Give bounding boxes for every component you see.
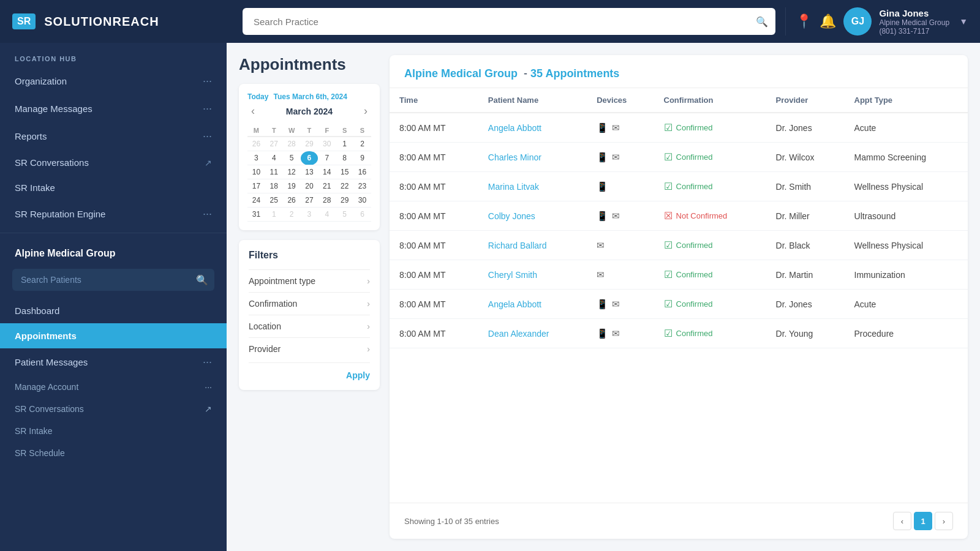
chevron-down-icon[interactable]: ▼ bbox=[959, 17, 968, 26]
calendar-day[interactable]: 25 bbox=[265, 193, 283, 208]
col-devices: Devices bbox=[587, 88, 654, 113]
cell-patient[interactable]: Dean Alexander bbox=[478, 319, 587, 348]
prev-page-button[interactable]: ‹ bbox=[893, 512, 911, 530]
calendar-day[interactable]: 27 bbox=[265, 137, 283, 151]
sidebar-item-sr-reputation[interactable]: SR Reputation Engine ··· bbox=[0, 200, 227, 228]
patient-link[interactable]: Angela Abbott bbox=[488, 299, 541, 309]
patient-link[interactable]: Richard Ballard bbox=[488, 241, 547, 250]
cell-patient[interactable]: Angela Abbott bbox=[478, 290, 587, 319]
calendar-day[interactable]: 26 bbox=[247, 137, 265, 151]
cell-patient[interactable]: Cheryl Smith bbox=[478, 260, 587, 290]
patient-link[interactable]: Charles Minor bbox=[488, 152, 541, 162]
cell-patient[interactable]: Angela Abbott bbox=[478, 113, 587, 143]
calendar-day[interactable]: 28 bbox=[318, 193, 336, 208]
calendar-day[interactable]: 30 bbox=[318, 137, 336, 151]
cell-appt-type: Immunization bbox=[845, 260, 968, 290]
calendar-day[interactable]: 22 bbox=[336, 179, 353, 193]
calendar-day[interactable]: 27 bbox=[301, 193, 318, 208]
calendar-day[interactable]: 8 bbox=[336, 151, 353, 165]
calendar-day[interactable]: 2 bbox=[353, 137, 371, 151]
calendar-day[interactable]: 9 bbox=[353, 151, 371, 165]
cal-day-header: F bbox=[318, 125, 336, 137]
calendar-day[interactable]: 18 bbox=[265, 179, 283, 193]
patient-link[interactable]: Marina Litvak bbox=[488, 182, 539, 192]
cell-patient[interactable]: Colby Jones bbox=[478, 201, 587, 231]
sidebar-item-sr-conversations-sub[interactable]: SR Conversations ↗ bbox=[0, 398, 227, 420]
calendar-day[interactable]: 30 bbox=[353, 193, 371, 208]
patient-link[interactable]: Dean Alexander bbox=[488, 329, 549, 339]
calendar-day[interactable]: 11 bbox=[265, 165, 283, 179]
cal-day-header: M bbox=[247, 125, 265, 137]
calendar-day[interactable]: 29 bbox=[336, 193, 353, 208]
calendar-day[interactable]: 5 bbox=[283, 151, 301, 165]
filter-provider[interactable]: Provider › bbox=[249, 337, 370, 360]
sidebar-item-sr-schedule[interactable]: SR Schedule bbox=[0, 442, 227, 464]
sidebar-item-appointments[interactable]: Appointments bbox=[0, 323, 227, 348]
calendar-day[interactable]: 26 bbox=[283, 193, 301, 208]
page-1-button[interactable]: 1 bbox=[914, 512, 932, 530]
sidebar-item-organization[interactable]: Organization ··· bbox=[0, 67, 227, 95]
location-icon[interactable]: 📍 bbox=[796, 13, 812, 29]
calendar-day[interactable]: 5 bbox=[336, 208, 353, 222]
calendar-day[interactable]: 24 bbox=[247, 193, 265, 208]
calendar-day[interactable]: 17 bbox=[247, 179, 265, 193]
cell-appt-type: Acute bbox=[845, 290, 968, 319]
patient-link[interactable]: Colby Jones bbox=[488, 211, 535, 221]
table-row: 8:00 AM MTCheryl Smith✉☑ConfirmedDr. Mar… bbox=[390, 260, 968, 290]
sidebar-item-patient-messages[interactable]: Patient Messages ··· bbox=[0, 348, 227, 376]
calendar-day[interactable]: 31 bbox=[247, 208, 265, 222]
calendar-prev-button[interactable]: ‹ bbox=[247, 103, 258, 119]
search-patients-input[interactable] bbox=[12, 269, 214, 291]
sidebar-item-reports[interactable]: Reports ··· bbox=[0, 122, 227, 150]
calendar-day[interactable]: 2 bbox=[283, 208, 301, 222]
calendar-day[interactable]: 13 bbox=[301, 165, 318, 179]
sidebar-item-sr-intake-sub[interactable]: SR Intake bbox=[0, 420, 227, 442]
filter-confirmation[interactable]: Confirmation › bbox=[249, 292, 370, 315]
calendar-day[interactable]: 19 bbox=[283, 179, 301, 193]
cal-day-header: S bbox=[353, 125, 371, 137]
calendar-day[interactable]: 4 bbox=[265, 151, 283, 165]
calendar-day[interactable]: 15 bbox=[336, 165, 353, 179]
calendar-day[interactable]: 3 bbox=[301, 208, 318, 222]
filter-appointment-type[interactable]: Appointment type › bbox=[249, 269, 370, 292]
patient-link[interactable]: Angela Abbott bbox=[488, 123, 541, 133]
bell-icon[interactable]: 🔔 bbox=[820, 13, 836, 29]
sidebar-item-manage-account[interactable]: Manage Account ··· bbox=[0, 376, 227, 398]
calendar-day[interactable]: 23 bbox=[353, 179, 371, 193]
calendar-day[interactable]: 20 bbox=[301, 179, 318, 193]
calendar-day[interactable]: 29 bbox=[301, 137, 318, 151]
calendar-day[interactable]: 1 bbox=[336, 137, 353, 151]
col-provider: Provider bbox=[766, 88, 845, 113]
calendar-day[interactable]: 6 bbox=[353, 208, 371, 222]
calendar-day[interactable]: 10 bbox=[247, 165, 265, 179]
check-icon: ☑ bbox=[664, 122, 673, 133]
sidebar-item-manage-messages[interactable]: Manage Messages ··· bbox=[0, 95, 227, 122]
calendar-day[interactable]: 16 bbox=[353, 165, 371, 179]
sidebar-item-sr-intake[interactable]: SR Intake bbox=[0, 175, 227, 200]
cell-patient[interactable]: Marina Litvak bbox=[478, 172, 587, 201]
calendar-day[interactable]: 21 bbox=[318, 179, 336, 193]
page-title: Appointments bbox=[239, 55, 380, 74]
sidebar-item-dashboard[interactable]: Dashboard bbox=[0, 298, 227, 323]
search-patients-icon: 🔍 bbox=[196, 274, 208, 286]
calendar-day[interactable]: 4 bbox=[318, 208, 336, 222]
cell-patient[interactable]: Richard Ballard bbox=[478, 231, 587, 260]
next-page-button[interactable]: › bbox=[935, 512, 953, 530]
patient-link[interactable]: Cheryl Smith bbox=[488, 270, 537, 280]
cell-patient[interactable]: Charles Minor bbox=[478, 143, 587, 172]
calendar-next-button[interactable]: › bbox=[360, 103, 371, 119]
calendar-day[interactable]: 28 bbox=[283, 137, 301, 151]
apply-button[interactable]: Apply bbox=[346, 370, 370, 380]
calendar-day[interactable]: 6 bbox=[301, 151, 318, 165]
calendar-day[interactable]: 12 bbox=[283, 165, 301, 179]
search-bar[interactable]: 🔍 bbox=[243, 8, 775, 35]
calendar-day[interactable]: 14 bbox=[318, 165, 336, 179]
calendar-day[interactable]: 7 bbox=[318, 151, 336, 165]
calendar-day[interactable]: 3 bbox=[247, 151, 265, 165]
today-button[interactable]: Today bbox=[247, 92, 268, 101]
filter-location[interactable]: Location › bbox=[249, 315, 370, 337]
search-input[interactable] bbox=[243, 8, 775, 35]
sidebar-item-label: SR Conversations bbox=[15, 157, 89, 168]
sidebar-item-sr-conversations[interactable]: SR Conversations ↗ bbox=[0, 150, 227, 175]
calendar-day[interactable]: 1 bbox=[265, 208, 283, 222]
